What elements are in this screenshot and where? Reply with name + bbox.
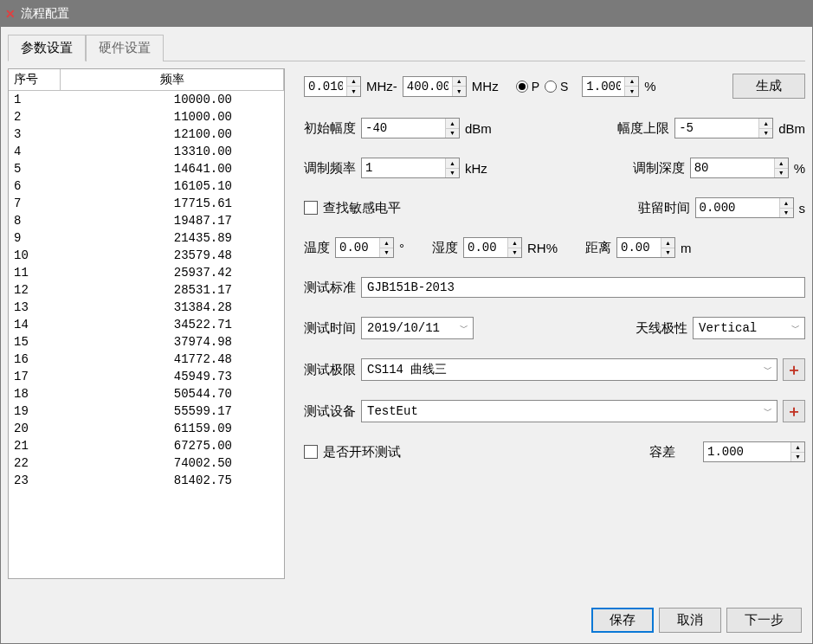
spin-down-icon[interactable]: ▼ (446, 169, 459, 178)
antenna-select[interactable]: Vertical ﹀ (693, 317, 805, 339)
spin-up-icon[interactable]: ▲ (453, 77, 466, 87)
cell-freq: 11000.00 (61, 108, 284, 126)
spin-down-icon[interactable]: ▼ (661, 248, 674, 258)
table-row[interactable]: 1641772.48 (9, 351, 284, 368)
dwell-input[interactable]: ▲▼ (695, 197, 794, 218)
save-button[interactable]: 保存 (591, 608, 654, 633)
spin-down-icon[interactable]: ▼ (775, 169, 788, 178)
generate-button[interactable]: 生成 (732, 74, 805, 99)
seconds-label: s (799, 201, 806, 216)
spin-down-icon[interactable]: ▼ (759, 129, 772, 138)
cell-freq: 28531.17 (61, 281, 284, 299)
openloop-checkbox[interactable]: 是否开环测试 (304, 444, 401, 460)
spin-down-icon[interactable]: ▼ (380, 248, 393, 258)
init-amp-input[interactable]: ▲▼ (361, 118, 460, 138)
table-row[interactable]: 211000.00 (9, 108, 284, 126)
cancel-button[interactable]: 取消 (659, 608, 721, 633)
test-limit-select[interactable]: CS114 曲线三 ﹀ (361, 358, 778, 381)
spin-up-icon[interactable]: ▲ (775, 158, 788, 169)
spin-down-icon[interactable]: ▼ (508, 248, 521, 258)
radio-s[interactable]: S (545, 80, 568, 93)
find-level-checkbox[interactable]: 查找敏感电平 (304, 200, 401, 216)
next-button[interactable]: 下一步 (726, 608, 802, 633)
test-date-picker[interactable]: 2019/10/11 ﹀ (361, 317, 474, 339)
col-index-header[interactable]: 序号 (9, 69, 61, 90)
cell-freq: 12100.00 (61, 126, 284, 143)
table-row[interactable]: 110000.00 (9, 91, 284, 108)
table-row[interactable]: 1125937.42 (9, 264, 284, 281)
spin-down-icon[interactable]: ▼ (780, 209, 793, 218)
spin-up-icon[interactable]: ▲ (347, 77, 360, 87)
cell-freq: 41772.48 (61, 351, 284, 368)
spin-down-icon[interactable]: ▼ (446, 129, 459, 138)
table-row[interactable]: 1745949.73 (9, 368, 284, 385)
spin-down-icon[interactable]: ▼ (347, 87, 360, 96)
freq-start-input[interactable]: ▲▼ (304, 76, 361, 97)
spin-up-icon[interactable]: ▲ (625, 77, 638, 87)
radio-p[interactable]: P (516, 80, 539, 93)
table-row[interactable]: 2381402.75 (9, 472, 284, 489)
table-row[interactable]: 1850544.70 (9, 385, 284, 402)
spin-down-icon[interactable]: ▼ (453, 87, 466, 96)
table-header: 序号 频率 (9, 69, 284, 91)
cell-freq: 61159.09 (61, 420, 284, 437)
titlebar: ✕ 流程配置 (1, 1, 812, 27)
tab-param-settings[interactable]: 参数设置 (8, 35, 86, 61)
spin-up-icon[interactable]: ▲ (780, 198, 793, 209)
table-row[interactable]: 1023579.48 (9, 247, 284, 264)
spin-up-icon[interactable]: ▲ (446, 158, 459, 169)
table-row[interactable]: 921435.89 (9, 229, 284, 247)
test-device-select[interactable]: TestEut ﹀ (361, 400, 778, 422)
client-area: 参数设置 硬件设置 序号 频率 110000.00211000.00312100… (1, 27, 812, 643)
add-device-button[interactable]: ＋ (783, 400, 805, 422)
table-row[interactable]: 312100.00 (9, 126, 284, 143)
step-value-input[interactable]: ▲▼ (582, 76, 639, 97)
table-row[interactable]: 413310.00 (9, 143, 284, 160)
amp-max-input[interactable]: ▲▼ (674, 118, 773, 138)
table-row[interactable]: 616105.10 (9, 177, 284, 195)
spin-up-icon[interactable]: ▲ (380, 238, 393, 248)
cell-freq: 13310.00 (61, 143, 284, 160)
std-input[interactable] (361, 277, 805, 298)
spin-up-icon[interactable]: ▲ (508, 238, 521, 248)
cell-freq: 67275.00 (61, 437, 284, 454)
table-row[interactable]: 2274002.50 (9, 454, 284, 472)
spin-up-icon[interactable]: ▲ (661, 238, 674, 248)
spin-up-icon[interactable]: ▲ (759, 119, 772, 129)
cell-freq: 74002.50 (61, 454, 284, 472)
table-body[interactable]: 110000.00211000.00312100.00413310.005146… (9, 91, 284, 578)
table-row[interactable]: 1331384.28 (9, 299, 284, 316)
cell-index: 13 (9, 299, 61, 316)
degree-label: ° (399, 241, 404, 255)
table-row[interactable]: 514641.00 (9, 160, 284, 177)
tolerance-input[interactable]: ▲▼ (703, 441, 805, 462)
table-row[interactable]: 1537974.98 (9, 333, 284, 351)
tab-hardware-settings[interactable]: 硬件设置 (86, 35, 164, 61)
add-limit-button[interactable]: ＋ (783, 358, 805, 381)
mod-depth-input[interactable]: ▲▼ (690, 158, 789, 178)
table-row[interactable]: 1228531.17 (9, 281, 284, 299)
temp-input[interactable]: ▲▼ (335, 237, 394, 258)
table-row[interactable]: 1955599.17 (9, 402, 284, 420)
dist-input[interactable]: ▲▼ (616, 237, 675, 258)
spin-down-icon[interactable]: ▼ (791, 453, 804, 462)
close-icon[interactable]: ✕ (5, 7, 16, 21)
freq-end-input[interactable]: ▲▼ (403, 76, 467, 97)
spin-down-icon[interactable]: ▼ (625, 87, 638, 96)
spin-up-icon[interactable]: ▲ (446, 119, 459, 129)
col-freq-header[interactable]: 频率 (61, 69, 284, 90)
limit-label: 测试极限 (304, 362, 356, 378)
radio-unchecked-icon (545, 80, 557, 93)
table-row[interactable]: 717715.61 (9, 195, 284, 212)
modulation-row: 调制频率 ▲▼ kHz 调制深度 ▲▼ % (304, 158, 805, 178)
mhz-dash-label: MHz- (366, 79, 397, 93)
cell-freq: 45949.73 (61, 368, 284, 385)
table-row[interactable]: 2061159.09 (9, 420, 284, 437)
table-row[interactable]: 1434522.71 (9, 316, 284, 333)
spin-up-icon[interactable]: ▲ (791, 442, 804, 453)
table-row[interactable]: 2167275.00 (9, 437, 284, 454)
humid-input[interactable]: ▲▼ (463, 237, 522, 258)
mod-freq-input[interactable]: ▲▼ (361, 158, 460, 178)
table-row[interactable]: 819487.17 (9, 212, 284, 229)
cell-index: 14 (9, 316, 61, 333)
